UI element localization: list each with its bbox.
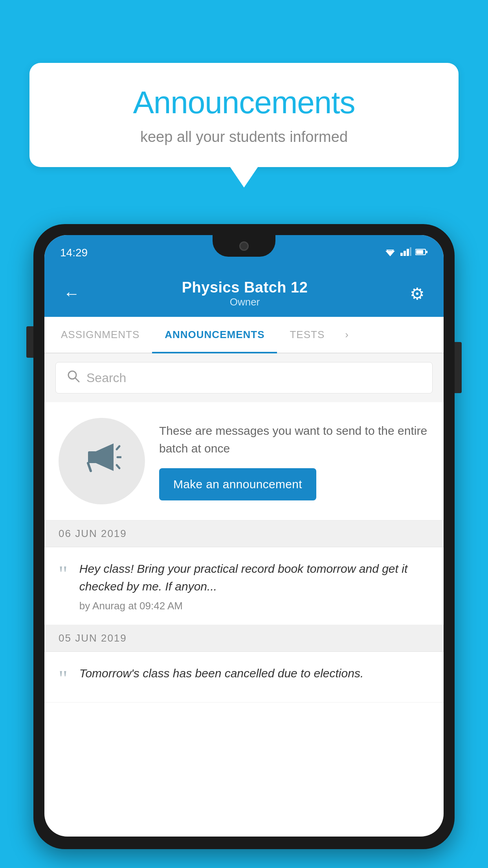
signal-icon (400, 247, 411, 258)
app-header: ← Physics Batch 12 Owner ⚙ (44, 270, 444, 317)
svg-line-14 (117, 465, 119, 468)
speech-bubble-title: Announcements (53, 85, 435, 121)
svg-rect-7 (416, 250, 423, 254)
status-time: 14:29 (60, 246, 88, 259)
search-container: Search (44, 353, 444, 402)
megaphone-icon (82, 438, 121, 485)
svg-line-12 (117, 446, 119, 449)
back-button[interactable]: ← (60, 281, 83, 306)
tab-assignments[interactable]: ASSIGNMENTS (48, 317, 152, 353)
speech-bubble: Announcements keep all your students inf… (29, 63, 459, 167)
tabs-bar: ASSIGNMENTS ANNOUNCEMENTS TESTS › (44, 317, 444, 353)
announcement-item-2: " Tomorrow's class has been cancelled du… (44, 652, 444, 702)
search-placeholder: Search (86, 371, 126, 385)
notch (213, 235, 275, 257)
date-separator-1: 06 JUN 2019 (44, 520, 444, 547)
svg-rect-2 (400, 253, 403, 256)
phone-wrapper: 14:29 (33, 224, 455, 868)
make-announcement-button[interactable]: Make an announcement (159, 468, 316, 500)
batch-title: Physics Batch 12 (83, 279, 407, 296)
svg-rect-3 (404, 251, 406, 256)
svg-rect-4 (407, 249, 409, 256)
speech-bubble-container: Announcements keep all your students inf… (29, 63, 459, 167)
quote-icon-2: " (59, 664, 68, 690)
tab-more[interactable]: › (337, 317, 356, 353)
phone-right-button (455, 342, 462, 393)
search-icon (67, 370, 80, 386)
status-bar: 14:29 (44, 235, 444, 270)
status-icons (384, 247, 428, 259)
announcement-text-2: Tomorrow's class has been cancelled due … (79, 664, 429, 682)
svg-rect-5 (410, 247, 411, 256)
tab-tests[interactable]: TESTS (277, 317, 337, 353)
search-bar[interactable]: Search (55, 362, 433, 394)
header-title-group: Physics Batch 12 Owner (83, 279, 407, 308)
quote-icon-1: " (59, 560, 68, 585)
svg-line-10 (75, 378, 79, 382)
phone-outer: 14:29 (33, 224, 455, 849)
announcement-meta-1: by Anurag at 09:42 AM (79, 600, 429, 612)
promo-description: These are messages you want to send to t… (159, 422, 429, 457)
tab-announcements[interactable]: ANNOUNCEMENTS (152, 317, 277, 353)
phone-screen: 14:29 (44, 235, 444, 837)
svg-rect-8 (426, 251, 427, 253)
promo-content: These are messages you want to send to t… (159, 422, 429, 500)
announcement-text-1: Hey class! Bring your practical record b… (79, 560, 429, 595)
announcement-item-1: " Hey class! Bring your practical record… (44, 547, 444, 625)
role-subtitle: Owner (83, 296, 407, 308)
camera (239, 241, 249, 251)
announcement-content-1: Hey class! Bring your practical record b… (79, 560, 429, 612)
settings-button[interactable]: ⚙ (407, 281, 428, 307)
date-separator-2: 05 JUN 2019 (44, 625, 444, 652)
promo-area: These are messages you want to send to t… (44, 402, 444, 520)
wifi-icon (384, 247, 396, 259)
battery-icon (415, 248, 428, 257)
speech-bubble-subtitle: keep all your students informed (53, 129, 435, 145)
svg-rect-11 (88, 451, 97, 463)
announcement-content-2: Tomorrow's class has been cancelled due … (79, 664, 429, 687)
promo-icon-circle (59, 418, 145, 504)
